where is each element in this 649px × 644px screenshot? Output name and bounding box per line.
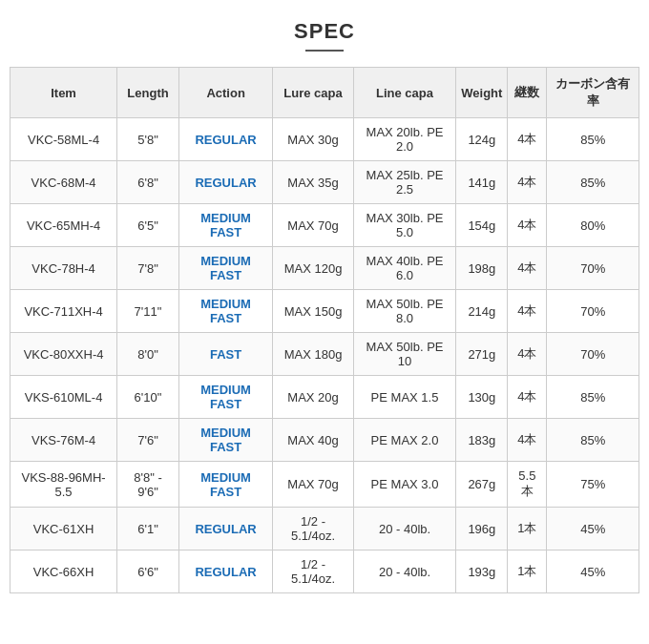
cell-length: 6'8" [117,161,179,204]
cell-line_capa: 20 - 40lb. [353,508,456,551]
col-header-length: Length [117,68,179,118]
cell-weight: 198g [456,247,508,290]
cell-length: 7'8" [117,247,179,290]
cell-length: 7'6" [117,419,179,462]
cell-weight: 141g [456,161,508,204]
cell-item: VKC-58ML-4 [10,118,117,161]
cell-lure_capa: 1/2 - 5.1/4oz. [273,551,353,593]
cell-item: VKS-88-96MH-5.5 [10,462,117,508]
cell-pieces: 4本 [508,118,547,161]
table-row: VKC-68M-46'8"REGULARMAX 35gMAX 25lb. PE … [10,161,639,204]
cell-weight: 183g [456,419,508,462]
cell-carbon: 75% [547,462,639,508]
cell-action: REGULAR [178,118,272,161]
cell-pieces: 5.5本 [508,462,547,508]
cell-carbon: 70% [547,333,639,376]
table-row: VKC-65MH-46'5"MEDIUM FASTMAX 70gMAX 30lb… [10,204,639,247]
cell-length: 8'8" - 9'6" [117,462,179,508]
cell-length: 6'1" [117,508,179,551]
cell-carbon: 70% [547,247,639,290]
table-row: VKC-61XH6'1"REGULAR1/2 - 5.1/4oz.20 - 40… [10,508,639,551]
cell-weight: 267g [456,462,508,508]
cell-length: 6'6" [117,551,179,593]
table-row: VKC-66XH6'6"REGULAR1/2 - 5.1/4oz.20 - 40… [10,551,639,593]
cell-lure_capa: MAX 120g [273,247,353,290]
cell-lure_capa: MAX 40g [273,419,353,462]
cell-action: REGULAR [178,508,272,551]
cell-weight: 271g [456,333,508,376]
table-row: VKC-58ML-45'8"REGULARMAX 30gMAX 20lb. PE… [10,118,639,161]
cell-lure_capa: MAX 70g [273,204,353,247]
cell-action: MEDIUM FAST [178,204,272,247]
cell-lure_capa: MAX 180g [273,333,353,376]
cell-weight: 124g [456,118,508,161]
cell-pieces: 1本 [508,508,547,551]
cell-length: 6'10" [117,376,179,419]
table-header: ItemLengthActionLure capaLine capaWeight… [10,68,639,118]
cell-length: 5'8" [117,118,179,161]
cell-item: VKS-76M-4 [10,419,117,462]
cell-pieces: 4本 [508,204,547,247]
cell-weight: 154g [456,204,508,247]
spec-table: ItemLengthActionLure capaLine capaWeight… [10,67,639,593]
cell-action: MEDIUM FAST [178,462,272,508]
cell-line_capa: PE MAX 1.5 [353,376,456,419]
title-divider [305,50,344,52]
cell-item: VKC-65MH-4 [10,204,117,247]
cell-line_capa: PE MAX 2.0 [353,419,456,462]
cell-carbon: 80% [547,204,639,247]
table-row: VKC-80XXH-48'0"FASTMAX 180gMAX 50lb. PE … [10,333,639,376]
cell-action: REGULAR [178,161,272,204]
cell-item: VKC-68M-4 [10,161,117,204]
page-title: SPEC [10,19,639,44]
cell-carbon: 85% [547,419,639,462]
cell-length: 8'0" [117,333,179,376]
table-row: VKC-78H-47'8"MEDIUM FASTMAX 120gMAX 40lb… [10,247,639,290]
cell-weight: 196g [456,508,508,551]
col-header-line_capa: Line capa [353,68,456,118]
table-row: VKS-610ML-46'10"MEDIUM FASTMAX 20gPE MAX… [10,376,639,419]
cell-line_capa: MAX 30lb. PE 5.0 [353,204,456,247]
cell-action: MEDIUM FAST [178,376,272,419]
cell-lure_capa: MAX 30g [273,118,353,161]
col-header-pieces: 継数 [508,68,547,118]
cell-lure_capa: 1/2 - 5.1/4oz. [273,508,353,551]
table-row: VKC-711XH-47'11"MEDIUM FASTMAX 150gMAX 5… [10,290,639,333]
col-header-carbon: カーボン含有率 [547,68,639,118]
cell-length: 6'5" [117,204,179,247]
cell-carbon: 85% [547,376,639,419]
cell-pieces: 4本 [508,376,547,419]
cell-line_capa: PE MAX 3.0 [353,462,456,508]
cell-lure_capa: MAX 70g [273,462,353,508]
cell-line_capa: MAX 40lb. PE 6.0 [353,247,456,290]
cell-line_capa: MAX 20lb. PE 2.0 [353,118,456,161]
table-row: VKS-88-96MH-5.58'8" - 9'6"MEDIUM FASTMAX… [10,462,639,508]
cell-action: MEDIUM FAST [178,290,272,333]
table-row: VKS-76M-47'6"MEDIUM FASTMAX 40gPE MAX 2.… [10,419,639,462]
cell-item: VKC-66XH [10,551,117,593]
cell-line_capa: MAX 50lb. PE 10 [353,333,456,376]
cell-carbon: 85% [547,118,639,161]
cell-pieces: 4本 [508,161,547,204]
cell-length: 7'11" [117,290,179,333]
cell-line_capa: MAX 50lb. PE 8.0 [353,290,456,333]
col-header-item: Item [10,68,117,118]
cell-item: VKC-80XXH-4 [10,333,117,376]
col-header-weight: Weight [456,68,508,118]
cell-item: VKC-711XH-4 [10,290,117,333]
cell-lure_capa: MAX 20g [273,376,353,419]
cell-pieces: 4本 [508,419,547,462]
cell-action: MEDIUM FAST [178,419,272,462]
cell-line_capa: 20 - 40lb. [353,551,456,593]
cell-item: VKS-610ML-4 [10,376,117,419]
table-body: VKC-58ML-45'8"REGULARMAX 30gMAX 20lb. PE… [10,118,639,593]
cell-pieces: 1本 [508,551,547,593]
cell-action: FAST [178,333,272,376]
cell-action: MEDIUM FAST [178,247,272,290]
cell-weight: 214g [456,290,508,333]
cell-lure_capa: MAX 35g [273,161,353,204]
cell-lure_capa: MAX 150g [273,290,353,333]
cell-pieces: 4本 [508,247,547,290]
col-header-action: Action [178,68,272,118]
cell-action: REGULAR [178,551,272,593]
